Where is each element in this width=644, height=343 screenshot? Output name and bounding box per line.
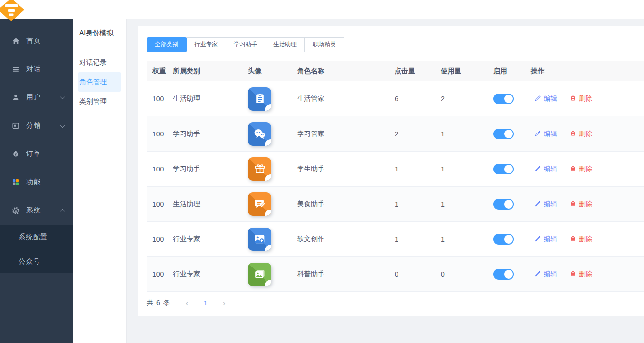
weight-cell: 100 [147, 130, 173, 138]
usage-cell: 1 [441, 235, 493, 243]
pencil-icon [535, 165, 541, 173]
next-page-button chevron-right-icon[interactable]: › [216, 295, 232, 311]
category-cell: 生活助理 [173, 95, 248, 103]
page-number-button[interactable]: 1 [198, 295, 213, 311]
submenu-item-chat-records[interactable]: 对话记录 [78, 53, 121, 72]
pencil-icon [535, 270, 541, 278]
delete-button[interactable]: 删除 [570, 130, 592, 138]
weight-cell: 100 [147, 165, 173, 173]
category-cell: 行业专家 [173, 235, 248, 244]
column-header: 头像 [248, 67, 297, 76]
submenu-item-category-management[interactable]: 类别管理 [78, 92, 121, 111]
total-count-label: 共 6 条 [147, 299, 170, 307]
sidebar-item-orders[interactable]: 订单 [0, 140, 73, 168]
delete-button[interactable]: 删除 [570, 95, 592, 103]
edit-button[interactable]: 编辑 [535, 270, 557, 279]
sidebar-item-chat[interactable]: 对话 [0, 55, 73, 83]
top-bar [0, 0, 644, 19]
edit-button[interactable]: 编辑 [535, 95, 557, 103]
submenu-item-role-management[interactable]: 角色管理 [78, 72, 121, 92]
enable-toggle[interactable] [493, 129, 514, 139]
chevron-down-icon [60, 123, 65, 128]
table-row: 100学习助手学生助手11编辑删除 [147, 152, 644, 187]
tab-category-3[interactable]: 生活助理 [265, 37, 305, 52]
badge-icon [11, 121, 20, 131]
column-header: 启用 [493, 67, 531, 76]
category-cell: 行业专家 [173, 270, 248, 279]
weight-cell: 100 [147, 95, 173, 103]
role-name-cell: 软文创作 [297, 235, 395, 244]
weight-cell: 100 [147, 270, 173, 278]
weight-cell: 100 [147, 200, 173, 208]
role-name-cell: 生活管家 [297, 95, 395, 103]
sidebar-item-features[interactable]: 功能 [0, 168, 73, 196]
delete-button[interactable]: 删除 [570, 235, 592, 244]
sidebar-item-users[interactable]: 用户 [0, 83, 73, 112]
edit-button[interactable]: 编辑 [535, 165, 557, 173]
sidebar-item-system[interactable]: 系统 [0, 196, 73, 225]
delete-button[interactable]: 删除 [570, 200, 592, 209]
pencil-icon [535, 95, 541, 103]
column-header: 操作 [531, 67, 644, 76]
pencil-icon [535, 235, 541, 243]
prev-page-button chevron-left-icon[interactable]: ‹ [179, 295, 195, 311]
column-header: 所属类别 [173, 67, 248, 76]
enable-toggle[interactable] [493, 269, 514, 280]
pencil-icon [535, 130, 541, 138]
column-header: 角色名称 [297, 67, 395, 76]
tab-category-0[interactable]: 全部类别 [147, 37, 187, 52]
usage-cell: 1 [441, 165, 493, 173]
sidebar-subitem[interactable]: 公众号 [0, 249, 73, 273]
weight-cell: 100 [147, 235, 173, 243]
pencil-icon [535, 200, 541, 208]
enable-toggle[interactable] [493, 164, 514, 174]
home-icon [11, 36, 20, 46]
delete-button[interactable]: 删除 [570, 270, 592, 279]
enable-toggle[interactable] [493, 199, 514, 210]
table-row: 100学习助手学习管家21编辑删除 [147, 116, 644, 152]
usage-cell: 0 [441, 270, 493, 278]
tab-category-4[interactable]: 职场精英 [304, 37, 344, 52]
enable-toggle[interactable] [493, 234, 514, 245]
table-row: 100生活助理生活管家62编辑删除 [147, 81, 644, 116]
gear-icon [11, 206, 20, 215]
sidebar-item-label: 首页 [26, 37, 66, 45]
delete-button[interactable]: 删除 [570, 165, 592, 173]
trash-icon [570, 270, 576, 278]
enable-toggle[interactable] [493, 94, 514, 104]
sidebar-item-distribution[interactable]: 分销 [0, 112, 73, 140]
clicks-cell: 1 [395, 165, 441, 173]
role-avatar photos-icon [248, 263, 271, 286]
table-row: 100生活助理美食助手11编辑删除 [147, 187, 644, 222]
user-icon [11, 93, 20, 102]
table-row: 100行业专家软文创作11编辑删除 [147, 222, 644, 257]
category-cell: 生活助理 [173, 200, 248, 209]
sidebar-submenu: 系统配置公众号 [0, 225, 73, 273]
edit-button[interactable]: 编辑 [535, 200, 557, 209]
role-avatar wechat-icon [248, 122, 271, 146]
sidebar-item-home[interactable]: 首页 [0, 27, 73, 55]
usage-cell: 2 [441, 95, 493, 103]
tab-category-1[interactable]: 行业专家 [186, 37, 226, 52]
category-cell: 学习助手 [173, 165, 248, 173]
edit-button[interactable]: 编辑 [535, 130, 557, 138]
edit-button[interactable]: 编辑 [535, 235, 557, 244]
role-avatar image-upload-icon [248, 228, 271, 251]
table-body: 100生活助理生活管家62编辑删除100学习助手学习管家21编辑删除100学习助… [147, 81, 644, 292]
table-header-row: 权重所属类别头像角色名称点击量使用量启用操作 [147, 61, 644, 81]
role-avatar message-edit-icon [248, 192, 271, 216]
main-content: 全部类别行业专家学习助手生活助理职场精英 权重所属类别头像角色名称点击量使用量启… [127, 19, 644, 343]
tab-category-2[interactable]: 学习助手 [226, 37, 265, 52]
sidebar-subitem[interactable]: 系统配置 [0, 225, 73, 249]
role-name-cell: 科普助手 [297, 270, 395, 279]
clicks-cell: 1 [395, 200, 441, 208]
clicks-cell: 0 [395, 270, 441, 278]
role-avatar gift-icon [248, 157, 271, 181]
role-avatar notes-icon [248, 87, 271, 111]
sidebar-item-label: 订单 [26, 150, 66, 158]
sidebar-item-label: 分销 [26, 121, 61, 130]
module-title: AI身份模拟 [73, 19, 126, 46]
list-icon [11, 64, 20, 74]
category-tabs: 全部类别行业专家学习助手生活助理职场精英 [147, 37, 344, 52]
sidebar-item-label: 功能 [26, 178, 66, 187]
